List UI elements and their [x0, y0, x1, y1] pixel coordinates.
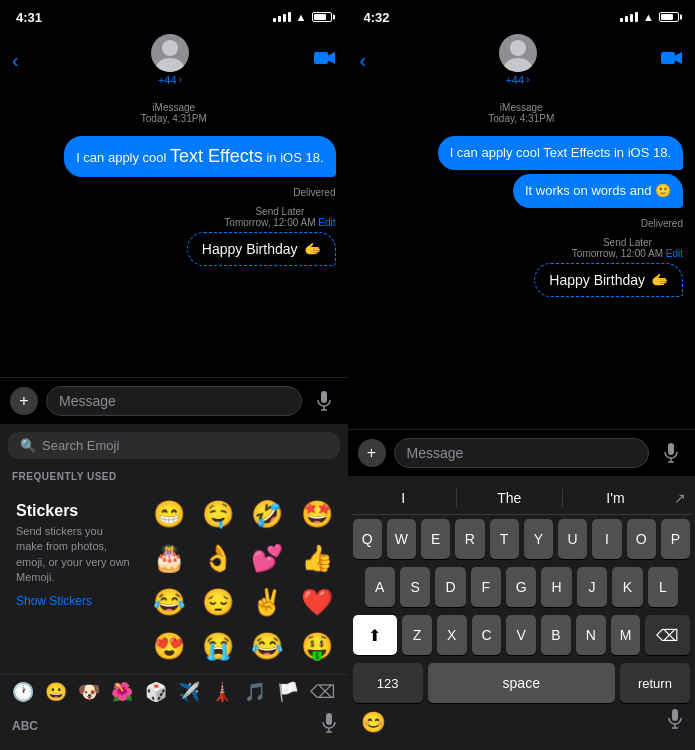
key-o[interactable]: O	[627, 519, 656, 559]
emoji-8[interactable]: 👍	[294, 538, 339, 578]
key-w[interactable]: W	[387, 519, 416, 559]
suggestion-3[interactable]: I'm	[563, 488, 668, 508]
back-button-left[interactable]: ‹	[12, 49, 19, 72]
space-key[interactable]: space	[428, 663, 615, 703]
suggestion-2[interactable]: The	[457, 488, 562, 508]
emoji-cat-food[interactable]: 🌺	[111, 681, 133, 703]
emoji-5[interactable]: 🎂	[146, 538, 191, 578]
key-i[interactable]: I	[592, 519, 621, 559]
emoji-cat-animal[interactable]: 🐶	[78, 681, 100, 703]
mic-button-right[interactable]	[657, 439, 685, 467]
svg-point-1	[156, 58, 184, 72]
emoji-search[interactable]: 🔍 Search Emoji	[8, 432, 340, 459]
emoji-6[interactable]: 👌	[195, 538, 240, 578]
emoji-mic-button[interactable]	[322, 713, 336, 738]
emoji-15[interactable]: 😂	[245, 626, 290, 666]
emoji-grid: 😁 🤤 🤣 🤩 🎂 👌 💕 👍 😂 😔 ✌️ ❤️ 😍 😭 😂 🤑	[146, 494, 340, 666]
key-y[interactable]: Y	[524, 519, 553, 559]
message-bubble-2-right: It works on words and 🙂	[513, 174, 683, 208]
key-f[interactable]: F	[471, 567, 501, 607]
emoji-bottom-bar: ABC	[0, 709, 348, 750]
key-q[interactable]: Q	[353, 519, 382, 559]
return-key[interactable]: return	[620, 663, 690, 703]
sticker-info: Stickers Send stickers you make from pho…	[8, 494, 138, 666]
status-icons-left: ▲	[273, 11, 332, 23]
emoji-12[interactable]: ❤️	[294, 582, 339, 622]
key-g[interactable]: G	[506, 567, 536, 607]
emoji-cat-time[interactable]: 🕐	[12, 681, 34, 703]
suggestion-1[interactable]: I	[351, 488, 456, 508]
sticker-title: Stickers	[16, 502, 78, 520]
key-s[interactable]: S	[400, 567, 430, 607]
shift-key[interactable]: ⬆	[353, 615, 398, 655]
edit-button-left[interactable]: Edit	[318, 217, 335, 228]
plus-button-left[interactable]: +	[10, 387, 38, 415]
plus-button-right[interactable]: +	[358, 439, 386, 467]
send-later-right: Send Later Tomorrow, 12:00 AM Edit Happy…	[360, 237, 684, 297]
message-input-left[interactable]: Message	[46, 386, 302, 416]
emoji-cat-travel[interactable]: ✈️	[178, 681, 200, 703]
battery-icon-right	[659, 12, 679, 22]
key-t[interactable]: T	[490, 519, 519, 559]
emoji-cat-objects[interactable]: 🗼	[211, 681, 233, 703]
contact-info-left[interactable]: +44 ›	[27, 34, 314, 86]
message-header-left: iMessage Today, 4:31PM	[12, 102, 336, 124]
contact-info-right[interactable]: +44 ›	[374, 34, 661, 86]
scheduled-bubble-right: Happy Birthday 🫱	[534, 263, 683, 297]
svg-point-9	[510, 40, 526, 56]
key-r[interactable]: R	[455, 519, 484, 559]
video-call-button-right[interactable]	[661, 50, 683, 71]
key-j[interactable]: J	[577, 567, 607, 607]
avatar-left	[151, 34, 189, 72]
emoji-cat-activity[interactable]: 🎲	[145, 681, 167, 703]
key-x[interactable]: X	[437, 615, 467, 655]
emoji-cat-symbols[interactable]: 🎵	[244, 681, 266, 703]
key-b[interactable]: B	[541, 615, 571, 655]
emoji-delete-key[interactable]: ⌫	[310, 681, 335, 703]
message-input-right[interactable]: Message	[394, 438, 650, 468]
key-z[interactable]: Z	[402, 615, 432, 655]
keyboard-row-2: A S D F G H J K L	[353, 567, 691, 607]
key-d[interactable]: D	[435, 567, 465, 607]
key-p[interactable]: P	[661, 519, 690, 559]
key-n[interactable]: N	[576, 615, 606, 655]
key-e[interactable]: E	[421, 519, 450, 559]
back-button-right[interactable]: ‹	[360, 49, 367, 72]
emoji-sticker-area: Stickers Send stickers you make from pho…	[0, 486, 348, 674]
emoji-cat-flags[interactable]: 🏳️	[277, 681, 299, 703]
key-v[interactable]: V	[506, 615, 536, 655]
emoji-7[interactable]: 💕	[245, 538, 290, 578]
emoji-13[interactable]: 😍	[146, 626, 191, 666]
show-stickers-link[interactable]: Show Stickers	[16, 594, 92, 608]
keyboard-emoji-button[interactable]: 😊	[361, 710, 386, 734]
message-bubble-1-left: I can apply cool Text Effects in iOS 18.	[64, 136, 335, 177]
time-right: 4:32	[364, 10, 390, 25]
key-h[interactable]: H	[541, 567, 571, 607]
emoji-3[interactable]: 🤣	[245, 494, 290, 534]
emoji-11[interactable]: ✌️	[245, 582, 290, 622]
emoji-2[interactable]: 🤤	[195, 494, 240, 534]
edit-button-right[interactable]: Edit	[666, 248, 683, 259]
delete-key[interactable]: ⌫	[645, 615, 690, 655]
emoji-1[interactable]: 😁	[146, 494, 191, 534]
emoji-cat-face[interactable]: 😀	[45, 681, 67, 703]
key-a[interactable]: A	[365, 567, 395, 607]
keyboard-mic-button[interactable]	[668, 709, 682, 734]
time-left: 4:31	[16, 10, 42, 25]
emoji-9[interactable]: 😂	[146, 582, 191, 622]
abc-button[interactable]: ABC	[12, 719, 38, 733]
key-l[interactable]: L	[648, 567, 678, 607]
key-k[interactable]: K	[612, 567, 642, 607]
emoji-14[interactable]: 😭	[195, 626, 240, 666]
emoji-4[interactable]: 🤩	[294, 494, 339, 534]
emoji-10[interactable]: 😔	[195, 582, 240, 622]
numbers-key[interactable]: 123	[353, 663, 423, 703]
key-c[interactable]: C	[472, 615, 502, 655]
emoji-16[interactable]: 🤑	[294, 626, 339, 666]
suggestion-expand-arrow[interactable]: ↗	[668, 490, 692, 506]
video-call-button-left[interactable]	[314, 50, 336, 71]
key-m[interactable]: M	[611, 615, 641, 655]
mic-button-left[interactable]	[310, 387, 338, 415]
key-u[interactable]: U	[558, 519, 587, 559]
send-later-left: Send Later Tomorrow, 12:00 AM Edit Happy…	[12, 206, 336, 266]
